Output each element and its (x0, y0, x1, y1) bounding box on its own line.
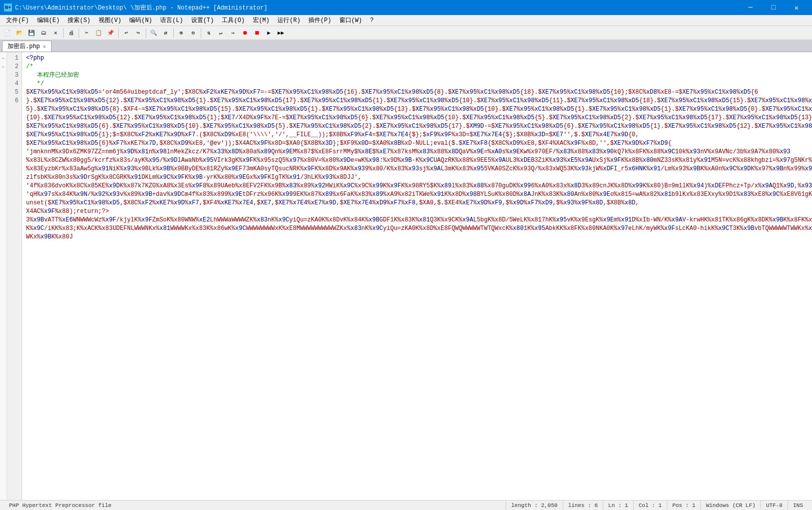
save-button[interactable]: 💾 (26, 28, 37, 39)
fold-2[interactable]: - (0, 63, 7, 71)
menu-edit[interactable]: 编辑(E) (33, 15, 64, 26)
line-num-2: 2 (7, 63, 22, 71)
run-macro-button[interactable]: ▶▶ (275, 28, 286, 39)
menu-language[interactable]: 语言(L) (156, 15, 187, 26)
menu-plugins[interactable]: 插件(P) (304, 15, 335, 26)
code-area[interactable]: <?php /* 本程序已经加密 */ $XE7%x95%xC1%x98%xD5… (22, 52, 812, 500)
tab-label: 加密后.php (8, 42, 40, 51)
toolbar-separator-6 (201, 28, 201, 38)
menu-tools[interactable]: 工具(O) (218, 15, 249, 26)
play-button[interactable]: ▶ (263, 28, 274, 39)
app-icon: N+ (4, 4, 12, 12)
status-lines: lines : 6 (563, 500, 603, 510)
minimize-button[interactable]: ─ (739, 0, 762, 15)
status-col: Col : 1 (634, 500, 667, 510)
title-bar-left: N+ C:\Users\Administrator\Desktop\ \加密后.… (4, 4, 267, 12)
file-type-text: PHP Hypertext Preprocessor file (9, 502, 112, 508)
fold-column: - - (0, 52, 7, 500)
menu-settings[interactable]: 设置(T) (187, 15, 218, 26)
new-button[interactable]: 📄 (2, 28, 13, 39)
toolbar-separator-5 (173, 28, 174, 38)
status-encoding: UTF-8 (761, 500, 788, 510)
close-button[interactable]: ✕ (785, 0, 808, 15)
save-all-button[interactable]: 🗂 (38, 28, 49, 39)
maximize-button[interactable]: □ (762, 0, 785, 15)
status-line-ending: Windows (CR LF) (701, 500, 761, 510)
line-num-1: 1 (7, 54, 22, 63)
status-pos: Pos : 1 (667, 500, 701, 510)
title-bar-buttons: ─ □ ✕ (739, 0, 808, 15)
status-ins: INS (788, 500, 808, 510)
menu-encoding[interactable]: 编码(N) (125, 15, 156, 26)
title-bar: N+ C:\Users\Administrator\Desktop\ \加密后.… (0, 0, 812, 15)
menu-search[interactable]: 搜索(S) (64, 15, 95, 26)
tab-close-icon[interactable]: ✕ (43, 44, 46, 50)
toolbar-separator-2 (79, 28, 79, 38)
toolbar-separator-4 (146, 28, 146, 38)
indent-button[interactable]: ⇒ (227, 28, 238, 39)
toolbar: 📄 📂 💾 🗂 ✕ 🖨 ✂ 📋 📌 ↩ ↪ 🔍 ⇄ ⊕ ⊖ ⇅ ↵ ⇒ ⏺ ⏹ … (0, 26, 812, 40)
editor-container: - - 1 2 3 4 5 6 <?php /* 本程序已经加密 */ $XE7… (0, 52, 812, 500)
print-button[interactable]: 🖨 (66, 28, 77, 39)
line-num-3: 3 (7, 71, 22, 80)
find-button[interactable]: 🔍 (148, 28, 159, 39)
menu-macro[interactable]: 宏(M) (249, 15, 274, 26)
line-num-4: 4 (7, 80, 22, 88)
menu-file[interactable]: 文件(F) (2, 15, 33, 26)
zoom-in-button[interactable]: ⊕ (176, 28, 187, 39)
menu-bar: 文件(F) 编辑(E) 搜索(S) 视图(V) 编码(N) 语言(L) 设置(T… (0, 15, 812, 26)
tab-bar: 加密后.php ✕ (0, 40, 812, 52)
menu-help[interactable]: ? (366, 15, 377, 26)
record-button[interactable]: ⏺ (239, 28, 250, 39)
toolbar-separator-1 (63, 28, 64, 38)
zoom-out-button[interactable]: ⊖ (188, 28, 199, 39)
toolbar-separator-3 (118, 28, 119, 38)
tab-file[interactable]: 加密后.php ✕ (2, 41, 52, 52)
wrap-button[interactable]: ↵ (215, 28, 226, 39)
copy-button[interactable]: 📋 (93, 28, 104, 39)
status-file-type: PHP Hypertext Preprocessor file (4, 500, 506, 510)
close-button[interactable]: ✕ (50, 28, 61, 39)
menu-run[interactable]: 运行(R) (273, 15, 304, 26)
redo-button[interactable]: ↪ (133, 28, 144, 39)
status-ln: Ln : 1 (603, 500, 634, 510)
menu-window[interactable]: 窗口(W) (335, 15, 366, 26)
status-bar: PHP Hypertext Preprocessor file length :… (0, 500, 812, 510)
fold-1[interactable]: - (0, 54, 7, 63)
cut-button[interactable]: ✂ (81, 28, 92, 39)
menu-view[interactable]: 视图(V) (95, 15, 126, 26)
line-numbers: 1 2 3 4 5 6 (7, 52, 22, 500)
find-replace-button[interactable]: ⇄ (160, 28, 171, 39)
open-button[interactable]: 📂 (14, 28, 25, 39)
status-length: length : 2,050 (506, 500, 563, 510)
stop-button[interactable]: ⏹ (251, 28, 262, 39)
title-text: C:\Users\Administrator\Desktop\ \加密后.php… (15, 4, 267, 12)
undo-button[interactable]: ↩ (121, 28, 132, 39)
sync-scroll-button[interactable]: ⇅ (203, 28, 214, 39)
paste-button[interactable]: 📌 (105, 28, 116, 39)
line-num-5: 5 (7, 88, 22, 97)
line-num-6: 6 (7, 97, 22, 105)
